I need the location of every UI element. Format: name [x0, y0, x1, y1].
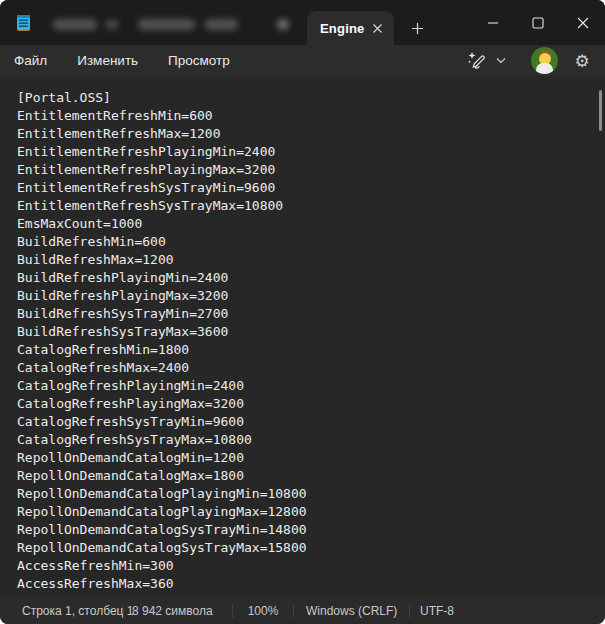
copilot-rewrite-button[interactable] — [461, 48, 491, 74]
blurred-tab-title[interactable] — [205, 19, 238, 30]
menubar-right: ⚙ — [461, 45, 605, 76]
pen-sparkle-icon — [465, 50, 487, 72]
editor-text[interactable]: [Portal.OSS] EntitlementRefreshMin=600 E… — [0, 76, 605, 593]
settings-button[interactable]: ⚙ — [568, 48, 596, 74]
account-button[interactable] — [529, 48, 559, 74]
cursor-position: Строка 1, столбец 1 — [0, 604, 123, 618]
blurred-tab-title[interactable] — [138, 19, 195, 30]
line-ending[interactable]: Windows (CRLF) — [294, 604, 409, 618]
avatar — [531, 47, 558, 74]
caption-buttons — [470, 0, 605, 45]
chevron-down-icon — [496, 57, 506, 64]
notepad-window: Engine Файл — [0, 0, 605, 624]
menu-file[interactable]: Файл — [0, 48, 61, 74]
menu-edit[interactable]: Изменить — [63, 48, 152, 74]
blurred-tab-icon[interactable] — [277, 19, 289, 30]
zoom-level[interactable]: 100% — [233, 604, 293, 618]
copilot-dropdown-button[interactable] — [491, 48, 511, 74]
tab-engine-label: Engine — [320, 21, 366, 36]
blurred-tab-title[interactable] — [53, 19, 97, 30]
notepad-app-icon — [16, 13, 31, 32]
editor-area[interactable]: [Portal.OSS] EntitlementRefreshMin=600 E… — [0, 76, 605, 598]
vertical-scrollbar[interactable] — [599, 90, 602, 131]
menubar: Файл Изменить Просмотр — [0, 45, 605, 76]
char-count: 8 942 символа — [124, 604, 232, 618]
maximize-button[interactable] — [515, 0, 560, 45]
minimize-button[interactable] — [470, 0, 515, 45]
new-tab-button[interactable] — [403, 14, 431, 42]
blurred-tab-close-icon[interactable] — [106, 20, 118, 29]
tab-close-icon[interactable] — [366, 17, 388, 39]
titlebar[interactable]: Engine — [0, 0, 605, 45]
close-button[interactable] — [560, 0, 605, 45]
menu-view[interactable]: Просмотр — [154, 48, 244, 74]
tab-engine[interactable]: Engine — [307, 11, 394, 45]
encoding[interactable]: UTF-8 — [410, 604, 454, 618]
statusbar: Строка 1, столбец 1 8 942 символа 100% W… — [0, 598, 605, 624]
gear-icon: ⚙ — [574, 51, 589, 71]
